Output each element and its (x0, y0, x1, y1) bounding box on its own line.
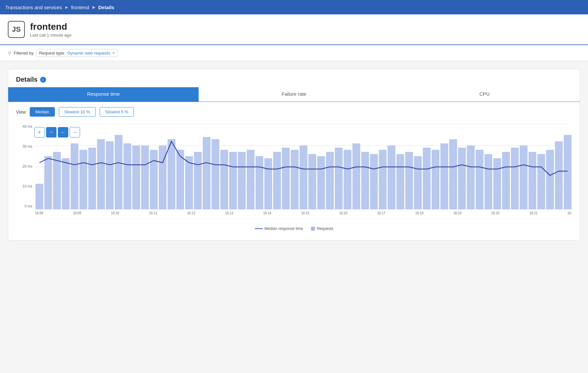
filter-prefix: Filtered by (14, 51, 34, 56)
filter-icon: ▽ (8, 51, 11, 56)
svg-rect-28 (238, 152, 246, 210)
view-label: View (16, 109, 26, 115)
svg-rect-37 (317, 156, 325, 210)
view-btn-slowest5[interactable]: Slowest 5 % (100, 107, 134, 117)
breadcrumb-item-transactions[interactable]: Transactions and services (5, 5, 62, 10)
breadcrumb-item-details[interactable]: Details (89, 5, 114, 10)
tab-response-time[interactable]: Response time (8, 87, 199, 102)
breadcrumb-item-frontend[interactable]: frontend (62, 5, 89, 10)
zoom-in-button[interactable]: + (34, 127, 45, 138)
svg-rect-13 (106, 141, 114, 209)
svg-rect-39 (335, 148, 342, 210)
zoom-out-button[interactable]: − (46, 127, 57, 138)
svg-rect-38 (326, 152, 334, 210)
svg-rect-45 (388, 146, 395, 209)
svg-rect-44 (379, 150, 386, 209)
svg-rect-20 (168, 139, 175, 210)
view-btn-median[interactable]: Median (30, 107, 55, 117)
tab-cpu[interactable]: CPU (389, 87, 580, 102)
x-label-1609: 16:09 (73, 211, 81, 215)
details-header: Details i (8, 69, 580, 87)
x-label-1621: 16:21 (529, 211, 537, 215)
nodejs-icon: JS (8, 21, 25, 38)
svg-rect-17 (141, 146, 149, 209)
y-label-10: 10 ms (16, 184, 35, 188)
svg-rect-42 (361, 152, 369, 210)
svg-rect-25 (212, 139, 219, 210)
svg-rect-18 (150, 150, 157, 209)
svg-rect-58 (502, 152, 510, 210)
svg-rect-9 (71, 144, 78, 210)
filter-value: Dynamic web requests (67, 51, 110, 56)
legend-requests: Requests (311, 226, 334, 231)
service-subtitle: Last call 1 minute ago (30, 33, 71, 38)
svg-rect-24 (203, 137, 210, 209)
svg-rect-41 (352, 144, 360, 210)
x-label-1613: 16:13 (225, 211, 233, 215)
svg-rect-49 (423, 148, 431, 210)
svg-rect-36 (308, 154, 316, 209)
x-label-1611: 16:11 (149, 211, 157, 215)
svg-rect-21 (176, 150, 184, 209)
svg-rect-31 (265, 158, 272, 209)
svg-rect-54 (467, 146, 475, 209)
x-label-partial: 16: (567, 211, 572, 215)
svg-rect-46 (397, 154, 404, 209)
y-label-0: 0 ms (16, 204, 35, 208)
svg-rect-30 (256, 156, 263, 210)
svg-rect-35 (300, 146, 307, 209)
svg-rect-55 (476, 150, 483, 209)
svg-rect-48 (414, 156, 422, 210)
breadcrumb: Transactions and services frontend Detai… (0, 0, 588, 14)
svg-rect-14 (115, 135, 122, 210)
y-label-20: 20 ms (16, 164, 35, 168)
pan-left-button[interactable]: ← (58, 127, 68, 138)
view-row: View Median Slowest 10 % Slowest 5 % (8, 102, 580, 122)
pan-right-button[interactable]: → (70, 127, 80, 138)
details-section: Details i Response time Failure rate CPU… (8, 69, 580, 240)
svg-rect-51 (441, 144, 448, 210)
view-btn-slowest10[interactable]: Slowest 10 % (59, 107, 96, 117)
svg-rect-23 (194, 152, 202, 210)
svg-rect-64 (555, 141, 563, 209)
x-label-1618: 16:18 (415, 211, 423, 215)
svg-rect-29 (247, 150, 254, 209)
svg-rect-22 (185, 156, 193, 210)
service-info: frontend Last call 1 minute ago (30, 22, 71, 38)
svg-rect-52 (449, 139, 457, 210)
svg-rect-32 (273, 152, 281, 210)
svg-rect-11 (89, 148, 96, 210)
svg-rect-10 (80, 150, 87, 209)
svg-rect-34 (291, 150, 299, 209)
svg-rect-15 (124, 144, 131, 210)
svg-rect-61 (529, 152, 536, 210)
svg-rect-43 (370, 154, 378, 209)
legend-median-label: Median response time (265, 226, 303, 231)
svg-rect-19 (159, 146, 166, 209)
svg-rect-62 (537, 154, 545, 209)
filter-badge: Request type: Dynamic web requests × (36, 49, 118, 57)
svg-rect-57 (493, 158, 501, 209)
x-label-1614: 16:14 (263, 211, 271, 215)
svg-rect-47 (405, 152, 413, 210)
service-title: frontend (30, 22, 71, 32)
legend-line-icon (255, 228, 263, 229)
chart-legend: Median response time Requests (16, 222, 572, 232)
zoom-controls: + − ← → (34, 127, 80, 138)
x-label-1620: 16:20 (491, 211, 499, 215)
svg-rect-59 (511, 148, 518, 210)
y-axis: 0 ms 10 ms 20 ms 30 ms 40 ms (16, 124, 35, 209)
x-label-1619: 16:19 (453, 211, 462, 215)
chart-area: + − ← → 0 ms 10 ms 20 ms 30 ms 40 ms (8, 124, 580, 240)
svg-rect-6 (44, 156, 52, 210)
x-label-1615: 16:15 (301, 211, 309, 215)
x-label-1608: 16:08 (35, 211, 43, 215)
info-icon[interactable]: i (40, 77, 46, 83)
y-label-40: 40 ms (16, 124, 35, 128)
x-axis: 16:08 16:09 16:10 16:11 16:12 16:13 16:1… (35, 209, 572, 222)
filter-close-button[interactable]: × (112, 50, 115, 56)
svg-rect-60 (520, 146, 527, 209)
tab-failure-rate[interactable]: Failure rate (199, 87, 389, 102)
svg-rect-5 (36, 184, 43, 209)
svg-rect-8 (62, 158, 70, 209)
